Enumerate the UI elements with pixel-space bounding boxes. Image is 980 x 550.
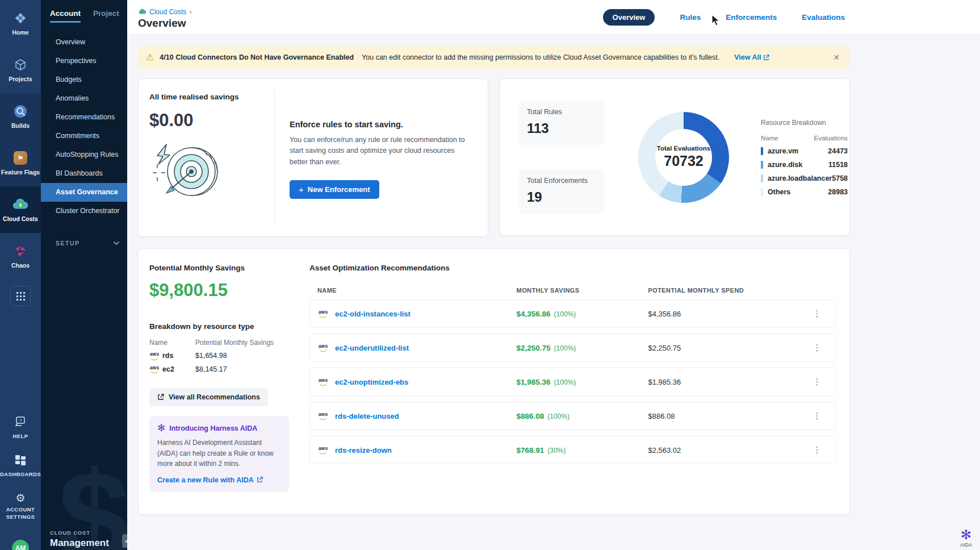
rule-link[interactable]: ec2-old-instances-list (335, 310, 411, 318)
rule-link[interactable]: rds-resize-down (335, 446, 392, 455)
tab-rules[interactable]: Rules (680, 13, 701, 22)
breadcrumb-link[interactable]: Cloud Costs (149, 8, 186, 16)
rail-label: ACCOUNT SETTINGS (4, 506, 37, 520)
gear-icon: ⚙ (15, 493, 25, 503)
asset-optimization-title: Asset Optimization Recommendations (309, 264, 836, 272)
governance-tabs: Overview Rules Enforcements Evaluations (603, 9, 845, 26)
view-all-link[interactable]: View All (734, 53, 769, 61)
total-rules-label: Total Rules (527, 108, 596, 116)
legend-value: 5758 (832, 174, 848, 182)
new-enforcement-button[interactable]: + New Enforcement (290, 180, 379, 199)
tab-project[interactable]: Project (93, 9, 119, 23)
rail-item-builds[interactable]: Builds (0, 93, 41, 140)
account-settings-button[interactable]: ⚙ ACCOUNT SETTINGS (4, 493, 37, 520)
rule-link[interactable]: rds-delete-unused (335, 412, 399, 420)
realised-savings-card: All time realised savings $0.00 (138, 78, 488, 237)
sidebar-item-commitments[interactable]: Commitments (41, 127, 127, 145)
rule-link[interactable]: ec2-unoptimized-ebs (335, 378, 408, 386)
tab-evaluations[interactable]: Evaluations (802, 13, 845, 22)
legend-row: azure.loadbalancer 5758 (761, 174, 848, 182)
rail-label: Home (12, 29, 28, 36)
sidebar-item-anomalies[interactable]: Anomalies (41, 89, 127, 108)
potential-savings-panel: Potential Monthly Savings $9,800.15 Brea… (149, 264, 292, 501)
external-link-icon (157, 394, 164, 401)
swatch-others (761, 188, 763, 196)
rail-item-feature-flags[interactable]: ⚑ Feature Flags (0, 140, 41, 186)
tab-overview[interactable]: Overview (603, 9, 655, 26)
cloud-icon (138, 9, 146, 15)
table-row: aws rds-delete-unused $886.08(100%) $886… (309, 402, 836, 430)
cloud-costs-sidebar: Account Project Overview Perspectives Bu… (41, 0, 127, 550)
kebab-menu-icon[interactable]: ⋮ (807, 445, 827, 455)
main-area: Cloud Costs › Overview Overview Rules En… (127, 0, 980, 550)
resource-savings: $1,654.98 (195, 352, 227, 360)
setup-section-toggle[interactable]: SETUP (41, 235, 127, 251)
dashboards-button[interactable]: DASHBOARDS (0, 455, 41, 478)
aws-icon: aws (318, 446, 328, 455)
saving-percent: (100%) (554, 378, 576, 386)
external-link-icon (257, 477, 263, 483)
table-row: aws rds-resize-down $768.91(30%) $2,563.… (309, 436, 836, 464)
dartboard-illustration (149, 139, 274, 203)
rail-label: Cloud Costs (3, 215, 38, 222)
monthly-saving: $1,985.36 (516, 378, 550, 386)
kebab-menu-icon[interactable]: ⋮ (807, 377, 827, 387)
rule-link[interactable]: ec2-underutilized-list (335, 344, 409, 352)
col-savings: Potential Monthly Savings (195, 339, 274, 347)
sidebar-item-overview[interactable]: Overview (41, 33, 127, 52)
rail-label: Feature Flags (1, 169, 40, 176)
legend-row: azure.vm 24473 (761, 147, 848, 155)
page-header: Cloud Costs › Overview Overview Rules En… (127, 0, 980, 35)
legend-col-name: Name (761, 135, 778, 141)
product-line2: Management (50, 538, 127, 549)
potential-spend: $4,356.86 (648, 310, 807, 318)
aida-promo-body: Harness AI Development Assistant (AIDA) … (157, 438, 281, 469)
rail-item-cloud-costs[interactable]: $ Cloud Costs (0, 186, 41, 233)
module-rail: ❖ Home Projects Builds ⚑ Feature Flags $… (0, 0, 41, 550)
rail-item-home[interactable]: ❖ Home (0, 0, 41, 47)
rail-label: DASHBOARDS (0, 471, 41, 478)
tab-account[interactable]: Account (50, 9, 81, 23)
chaos-icon (12, 243, 28, 259)
aida-fab-button[interactable]: ✻ AIDA (960, 528, 972, 548)
total-rules-value: 113 (527, 120, 596, 136)
resource-breakdown-legend: Resource Breakdown Name Evaluations azur… (761, 119, 848, 196)
aws-icon: aws (318, 310, 328, 318)
product-name: CLOUD COST Management (41, 530, 127, 550)
aida-promo-card: ✻ Introducing Harness AIDA Harness AI De… (149, 416, 289, 492)
view-all-recommendations-button[interactable]: View all Recommendations (149, 388, 268, 406)
sidebar-item-autostopping-rules[interactable]: AutoStopping Rules (41, 145, 127, 164)
sidebar-item-asset-governance[interactable]: Asset Governance (41, 183, 127, 202)
create-rule-with-aida-link[interactable]: Create a new Rule with AIDA (157, 476, 263, 484)
legend-row: Others 28983 (761, 188, 848, 196)
sidebar-menu: Overview Perspectives Budgets Anomalies … (41, 33, 127, 220)
tab-enforcements[interactable]: Enforcements (726, 13, 777, 22)
rail-item-chaos[interactable]: Chaos (0, 233, 41, 280)
module-selector-button[interactable] (0, 280, 41, 312)
plus-icon: + (299, 185, 304, 194)
sidebar-item-cluster-orchestrator[interactable]: Cluster Orchestrator (41, 202, 127, 220)
saving-percent: (100%) (547, 413, 569, 420)
swatch-azure-vm (761, 147, 763, 155)
sidebar-collapse-button[interactable]: ◀ (122, 534, 127, 548)
sidebar-item-recommendations[interactable]: Recommendations (41, 108, 127, 127)
new-enforcement-label: New Enforcement (308, 185, 370, 194)
sidebar-item-budgets[interactable]: Budgets (41, 70, 127, 89)
builds-icon (12, 103, 28, 119)
banner-title: 4/10 Cloud Connectors Do Not Have Govern… (160, 53, 354, 61)
kebab-menu-icon[interactable]: ⋮ (807, 411, 827, 421)
sidebar-item-perspectives[interactable]: Perspectives (41, 52, 127, 70)
aida-flower-icon: ✻ (157, 423, 165, 433)
header-name: NAME (317, 287, 517, 294)
user-avatar[interactable]: AM (12, 540, 29, 550)
rail-item-projects[interactable]: Projects (0, 47, 41, 93)
view-all-label: View All (734, 53, 761, 61)
sidebar-item-bi-dashboards[interactable]: BI Dashboards (41, 164, 127, 183)
chevron-left-icon: ◀ (125, 539, 127, 544)
kebab-menu-icon[interactable]: ⋮ (807, 343, 827, 353)
kebab-menu-icon[interactable]: ⋮ (807, 309, 827, 319)
help-button[interactable]: ? HELP (13, 416, 28, 440)
close-icon[interactable]: ✕ (831, 51, 842, 64)
saving-percent: (100%) (554, 310, 576, 318)
monthly-saving: $2,250.75 (516, 344, 550, 352)
